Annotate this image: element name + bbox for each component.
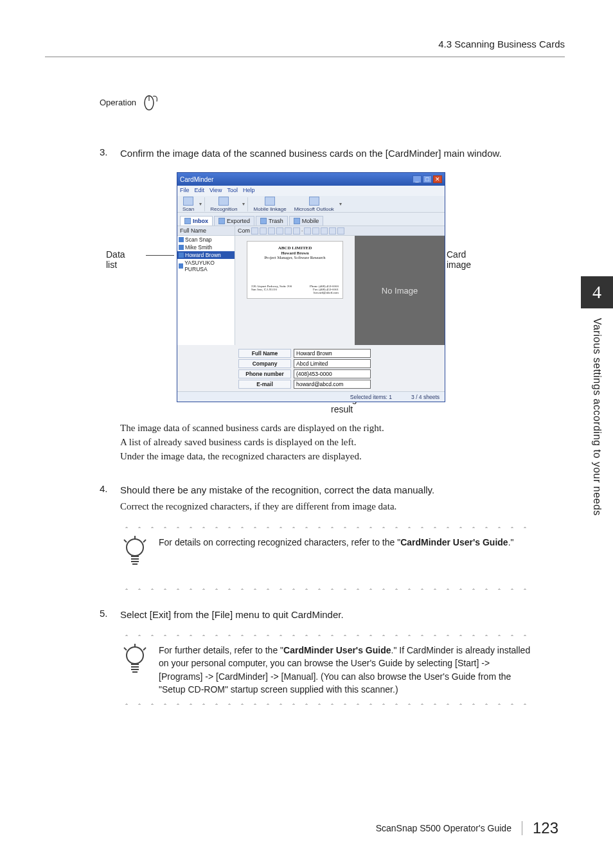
close-icon[interactable]: ✕	[433, 175, 442, 183]
tip-text-bold: CardMinder User's Guide	[400, 537, 508, 547]
svg-line-7	[124, 540, 127, 542]
mobile-linkage-button[interactable]: Mobile linkage	[251, 197, 289, 212]
note-line: Under the image data, the recognized cha…	[120, 450, 536, 464]
mini-icon[interactable]	[329, 227, 336, 235]
tip-text: For further details, refer to the "CardM…	[159, 644, 536, 696]
step-sub: Correct the recognized characters, if th…	[120, 500, 536, 514]
recog-row: Phone number	[238, 369, 438, 378]
tab-label: Inbox	[193, 218, 208, 224]
maximize-icon[interactable]: □	[423, 175, 432, 183]
minimize-icon[interactable]: _	[413, 175, 422, 183]
dropdown-icon[interactable]: ▾	[242, 201, 245, 207]
window-title: CardMinder	[180, 176, 213, 183]
recog-phone-input[interactable]	[294, 369, 371, 378]
step-3-notes: The image data of scanned business cards…	[100, 421, 536, 463]
step-num: 4.	[100, 483, 108, 494]
tab-mobile[interactable]: Mobile	[289, 216, 324, 226]
list-item[interactable]: Mike Smith	[177, 244, 235, 251]
recog-row: E-mail	[238, 380, 438, 389]
note-line: The image data of scanned business cards…	[120, 421, 536, 436]
list-name: YASUYUKO PURUSA	[184, 260, 233, 272]
outlook-label: Microsoft Outlook	[294, 206, 334, 212]
col-fullname[interactable]: Full Name	[177, 226, 235, 235]
svg-line-16	[143, 648, 146, 650]
menu-tool[interactable]: Tool	[227, 187, 238, 195]
lightbulb-icon	[120, 644, 150, 696]
mini-icon[interactable]	[293, 227, 300, 235]
mini-icon[interactable]	[285, 227, 292, 235]
tab-inbox[interactable]: Inbox	[180, 216, 213, 226]
scan-button[interactable]: Scan	[180, 197, 197, 212]
step-body: Confirm the image data of the scanned bu…	[120, 146, 536, 161]
step-4: 4. Should there be any mistake of the re…	[100, 483, 536, 514]
recog-row: Full Name	[238, 349, 438, 358]
recog-email-input[interactable]	[294, 380, 371, 389]
step-num: 5.	[100, 608, 108, 619]
recog-label: Company	[238, 359, 291, 368]
inbox-icon	[184, 218, 191, 224]
card-icon	[179, 245, 184, 250]
list-name: Mike Smith	[185, 244, 212, 251]
no-image-panel: No Image	[355, 236, 445, 345]
svg-line-15	[124, 648, 127, 650]
section-header: 4.3 Scanning Business Cards	[438, 39, 565, 49]
recognition-button[interactable]: Recognition	[208, 197, 240, 212]
mini-icon[interactable]	[276, 227, 283, 235]
tip-text-part: For details on correcting recognized cha…	[159, 537, 400, 547]
mini-icon[interactable]	[312, 227, 319, 235]
card-title: Project Manager, Software Research	[251, 255, 339, 260]
list-name: Howard Brown	[185, 252, 221, 258]
lightbulb-icon	[120, 536, 150, 573]
recog-fullname-input[interactable]	[294, 349, 371, 358]
tip-1-block: For details on correcting recognized cha…	[100, 519, 536, 598]
recognition-panel: Full Name Company Phone number E-mail	[177, 345, 445, 391]
card-email: howard@abcd.com	[310, 291, 339, 294]
col-company[interactable]: Com	[238, 227, 250, 234]
mini-icon[interactable]	[337, 227, 344, 235]
mini-icon[interactable]	[251, 227, 258, 235]
tab-exported[interactable]: Exported	[214, 216, 254, 226]
recog-company-input[interactable]	[294, 359, 371, 368]
card-icon	[179, 252, 184, 258]
outlook-button[interactable]: Microsoft Outlook	[292, 197, 337, 212]
menu-view[interactable]: View	[209, 187, 222, 195]
mini-icon[interactable]	[268, 227, 275, 235]
dotted-divider	[120, 589, 536, 590]
svg-point-10	[127, 647, 143, 664]
mini-icon[interactable]	[260, 227, 267, 235]
list-item[interactable]: YASUYUKO PURUSA	[177, 259, 235, 273]
footer-guide: ScanSnap S500 Operator's Guide	[376, 823, 511, 833]
tab-strip: Inbox Exported Trash Mobile	[177, 213, 445, 226]
tip-text-bold: CardMinder User's Guide	[283, 645, 391, 655]
operation-label: Operation	[100, 91, 161, 114]
scan-label: Scan	[182, 206, 194, 212]
recog-label: Phone number	[238, 369, 291, 378]
dropdown-icon[interactable]: ▾	[339, 201, 342, 207]
step-body: Select [Exit] from the [File] menu to qu…	[120, 608, 536, 622]
menu-edit[interactable]: Edit	[195, 187, 205, 195]
dropdown-icon[interactable]: ▾	[199, 201, 202, 207]
card-icon	[179, 237, 184, 242]
menu-file[interactable]: File	[180, 187, 190, 195]
content-area: Scan Snap Mike Smith Howard Brown YASUYU…	[177, 236, 445, 345]
list-item[interactable]: Scan Snap	[177, 236, 235, 244]
recog-label: E-mail	[238, 380, 291, 389]
list-item-selected[interactable]: Howard Brown	[177, 251, 235, 259]
menu-help[interactable]: Help	[243, 187, 255, 195]
tab-trash[interactable]: Trash	[256, 216, 288, 226]
status-sheets: 3 / 4 sheets	[411, 394, 440, 400]
separator	[247, 197, 248, 211]
mini-icon[interactable]	[304, 227, 311, 235]
data-list[interactable]: Scan Snap Mike Smith Howard Brown YASUYU…	[177, 236, 235, 345]
mini-icon[interactable]	[321, 227, 328, 235]
step-body: Should there be any mistake of the recog…	[120, 483, 536, 497]
figure-label-datalist: Data list	[106, 249, 125, 270]
separator	[204, 197, 205, 211]
chapter-title-vertical: Various settings according to your needs	[591, 318, 603, 516]
business-card: ABCD LIMITED Howard Brown Project Manage…	[247, 241, 343, 299]
dotted-divider	[120, 527, 536, 528]
mobile-linkage-icon	[265, 197, 275, 206]
dotted-divider	[120, 635, 536, 636]
outlook-icon	[309, 197, 319, 206]
dotted-divider	[120, 704, 536, 705]
